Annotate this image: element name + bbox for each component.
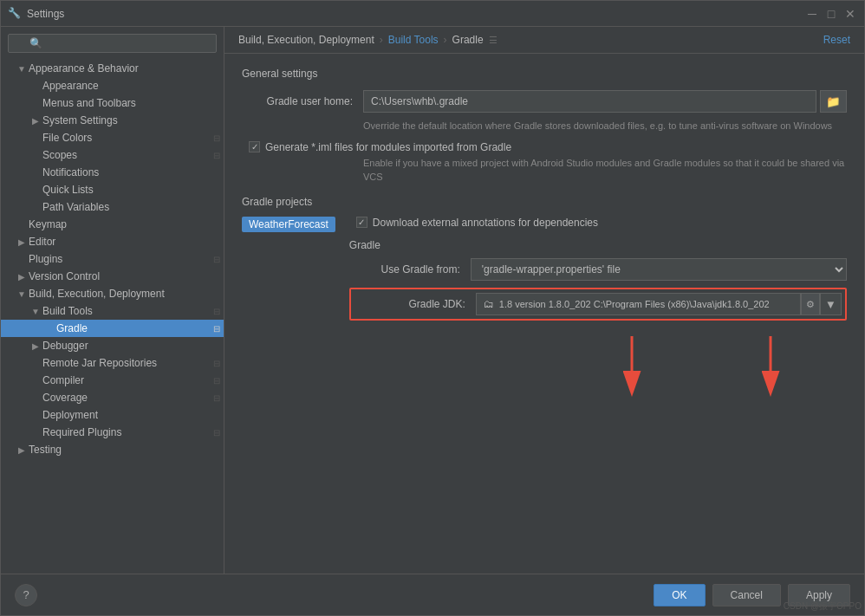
sidebar-item-build-tools[interactable]: ▼ Build Tools ⊟ (1, 302, 224, 320)
sidebar-tree: ▼ Appearance & Behavior Appearance Menus… (1, 60, 224, 574)
sidebar-item-label: Testing (29, 444, 224, 456)
sidebar-item-label: File Colors (42, 132, 210, 144)
sidebar-item-notifications[interactable]: Notifications (1, 164, 224, 181)
download-annotations-checkbox[interactable] (356, 217, 367, 228)
gradle-user-home-hint: Override the default location where Grad… (363, 120, 847, 133)
generate-iml-checkbox[interactable] (249, 141, 260, 152)
gradle-jdk-label: Gradle JDK: (354, 298, 476, 310)
sidebar-item-coverage[interactable]: Coverage ⊟ (1, 389, 224, 406)
search-container (1, 27, 224, 60)
breadcrumb-part3: Gradle (452, 34, 484, 46)
sidebar-item-label: Scopes (42, 149, 210, 161)
gradle-user-home-row: Gradle user home: 📁 (242, 90, 847, 113)
settings-icon: ⊟ (210, 376, 224, 386)
sidebar-item-label: Appearance (42, 80, 224, 92)
project-tag[interactable]: WeatherForecast (242, 217, 335, 232)
sidebar-item-label: System Settings (42, 114, 224, 126)
arrow-icon: ▼ (29, 307, 42, 316)
settings-icon: ⊟ (210, 151, 224, 160)
watermark: CSDN @振宇OPPO (784, 600, 862, 613)
breadcrumb-part1: Build, Execution, Deployment (238, 34, 374, 46)
gradle-jdk-row: Gradle JDK: 🗂 1.8 version 1.8.0_202 C:\P… (349, 288, 847, 321)
sidebar: ▼ Appearance & Behavior Appearance Menus… (1, 27, 224, 574)
sidebar-item-label: Gradle (56, 322, 210, 334)
settings-icon: ⊟ (210, 307, 224, 316)
sidebar-item-deployment[interactable]: Deployment (1, 406, 224, 424)
sidebar-item-label: Coverage (42, 392, 210, 404)
sidebar-item-label: Compiler (42, 374, 210, 386)
ok-button[interactable]: OK (654, 584, 705, 606)
app-icon: 🔧 (8, 7, 22, 21)
sidebar-item-quick-lists[interactable]: Quick Lists (1, 181, 224, 198)
jdk-dropdown-btn[interactable]: ▼ (820, 293, 842, 315)
sidebar-item-system-settings[interactable]: ▶ System Settings (1, 112, 224, 129)
sidebar-item-appearance-behavior[interactable]: ▼ Appearance & Behavior (1, 60, 224, 77)
arrow-icon: ▶ (15, 237, 29, 247)
sidebar-item-label: Keymap (29, 218, 224, 230)
sidebar-item-remote-jar[interactable]: Remote Jar Repositories ⊟ (1, 354, 224, 372)
sidebar-item-editor[interactable]: ▶ Editor (1, 233, 224, 250)
sidebar-item-plugins[interactable]: Plugins ⊟ (1, 250, 224, 268)
gradle-jdk-control: 🗂 1.8 version 1.8.0_202 C:\Program Files… (476, 293, 842, 315)
sidebar-item-file-colors[interactable]: File Colors ⊟ (1, 129, 224, 146)
gradle-projects-section: WeatherForecast Download external annota… (242, 217, 847, 327)
general-settings-title: General settings (242, 68, 847, 80)
arrow-icon: ▶ (29, 116, 42, 126)
sidebar-item-compiler[interactable]: Compiler ⊟ (1, 372, 224, 389)
panel-content: General settings Gradle user home: 📁 Ove… (224, 54, 864, 574)
arrows-container (242, 336, 847, 405)
sidebar-item-gradle[interactable]: Gradle ⊟ (1, 320, 224, 337)
sidebar-item-testing[interactable]: ▶ Testing (1, 441, 224, 458)
sidebar-item-label: Remote Jar Repositories (42, 357, 210, 369)
sidebar-item-label: Appearance & Behavior (29, 62, 224, 75)
sidebar-item-scopes[interactable]: Scopes ⊟ (1, 146, 224, 164)
gradle-jdk-selector[interactable]: 🗂 1.8 version 1.8.0_202 C:\Program Files… (476, 293, 801, 315)
jdk-action-btn[interactable]: ⚙ (801, 293, 820, 315)
help-button[interactable]: ? (15, 584, 37, 606)
close-btn[interactable]: ✕ (843, 7, 857, 21)
search-input[interactable] (8, 34, 217, 53)
gradle-user-home-input[interactable] (363, 90, 816, 113)
gradle-user-home-label: Gradle user home: (242, 95, 363, 107)
bottom-bar: ? OK Cancel Apply (1, 574, 864, 615)
sidebar-item-appearance[interactable]: Appearance (1, 77, 224, 94)
arrow-icon: ▶ (15, 272, 29, 282)
cancel-button[interactable]: Cancel (712, 584, 781, 606)
sidebar-item-debugger[interactable]: ▶ Debugger (1, 337, 224, 354)
sidebar-item-label: Editor (29, 236, 224, 248)
sidebar-item-version-control[interactable]: ▶ Version Control (1, 268, 224, 285)
use-gradle-select[interactable]: 'gradle-wrapper.properties' file (471, 258, 847, 281)
sidebar-item-path-variables[interactable]: Path Variables (1, 198, 224, 216)
breadcrumb: Build, Execution, Deployment › Build Too… (224, 27, 864, 54)
sidebar-item-menus-toolbars[interactable]: Menus and Toolbars (1, 94, 224, 112)
gradle-user-home-folder-btn[interactable]: 📁 (820, 90, 847, 113)
download-annotations-row: Download external annotations for depend… (349, 217, 847, 229)
minimize-btn[interactable]: ─ (805, 7, 819, 21)
sidebar-item-label: Build, Execution, Deployment (29, 288, 224, 300)
project-settings: Download external annotations for depend… (349, 217, 847, 327)
sidebar-item-label: Required Plugins (42, 426, 210, 438)
settings-icon: ⊟ (210, 428, 224, 438)
arrow-icon: ▼ (15, 289, 29, 299)
gradle-sub-title: Gradle (349, 239, 847, 251)
sidebar-item-label: Notifications (42, 166, 224, 178)
settings-icon: ⊟ (210, 255, 224, 264)
maximize-btn[interactable]: □ (824, 7, 838, 21)
generate-iml-row: Generate *.iml files for modules importe… (242, 141, 847, 153)
arrow-icon: ▼ (15, 64, 29, 74)
arrow-icon: ▶ (15, 445, 29, 455)
sidebar-item-label: Version Control (29, 270, 224, 282)
window-controls: ─ □ ✕ (805, 7, 857, 21)
sidebar-item-label: Build Tools (42, 305, 210, 317)
reset-button[interactable]: Reset (823, 34, 850, 46)
sidebar-item-keymap[interactable]: Keymap (1, 216, 224, 233)
breadcrumb-icon: ☰ (489, 35, 498, 46)
sidebar-item-build-execution[interactable]: ▼ Build, Execution, Deployment (1, 285, 224, 302)
gradle-jdk-value: 1.8 version 1.8.0_202 C:\Program Files (… (499, 299, 793, 309)
sidebar-item-required-plugins[interactable]: Required Plugins ⊟ (1, 424, 224, 441)
sidebar-item-label: Path Variables (42, 201, 224, 213)
sidebar-item-label: Deployment (42, 409, 224, 421)
sidebar-item-label: Plugins (29, 253, 210, 265)
settings-icon: ⊟ (210, 393, 224, 403)
arrow-icon: ▶ (29, 341, 42, 351)
